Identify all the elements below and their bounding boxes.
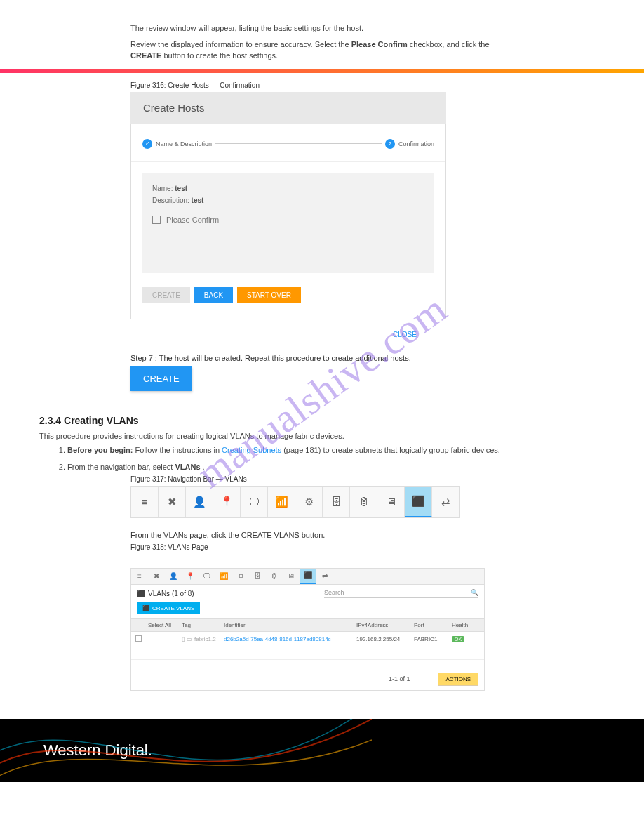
- mini-nav-gear[interactable]: ⚙: [232, 569, 249, 584]
- search-placeholder: Search: [324, 589, 344, 596]
- page-footer: Western Digital.: [0, 719, 644, 782]
- vlans-page: ≡ ✖ 👤 📍 🖵 📶 ⚙ 🗄 🛢 🖥 ⬛ ⇄ ⬛ VLANs (1 of 8)…: [130, 568, 485, 691]
- nav-icon-tools[interactable]: ✖: [159, 486, 186, 517]
- nav-icon-pin[interactable]: 📍: [213, 486, 241, 517]
- vlans-title-row: ⬛ VLANs (1 of 8) Search 🔍: [131, 585, 484, 602]
- tag-icon: ▯: [182, 636, 185, 642]
- name-key: Name:: [152, 185, 173, 192]
- mini-nav-wireless[interactable]: 📶: [215, 569, 232, 584]
- row-identifier-link[interactable]: d26b2a5d-75aa-4d48-816d-1187ad80814c: [224, 636, 354, 642]
- nav-icon-storage[interactable]: 🗄: [323, 486, 350, 517]
- t: Review the displayed information to ensu…: [130, 40, 351, 48]
- search-icon: 🔍: [471, 589, 478, 596]
- figure-caption-318: Figure 318: VLANs Page: [0, 543, 644, 551]
- gradient-divider: [0, 69, 644, 73]
- mini-nav-monitor[interactable]: 🖵: [199, 569, 215, 584]
- mini-nav-vlans[interactable]: ⬛: [300, 569, 316, 584]
- col-health[interactable]: Health: [452, 622, 480, 628]
- bold-confirm: Please Confirm: [351, 40, 408, 48]
- name-row: Name: test: [152, 185, 424, 192]
- figure-caption-317: Figure 317: Navigation Bar — VLANs: [0, 475, 644, 483]
- mini-nav-menu[interactable]: ≡: [131, 569, 148, 584]
- t: (page 181) to create subnets that logica…: [283, 446, 500, 454]
- mini-nav-pin[interactable]: 📍: [182, 569, 199, 584]
- vlans-search[interactable]: Search 🔍: [324, 589, 478, 598]
- row-ipv4: 192.168.2.255/24: [356, 636, 411, 642]
- checkbox-icon: [152, 216, 161, 224]
- t: From the navigation bar, select: [67, 463, 175, 471]
- navigation-bar: ≡ ✖ 👤 📍 🖵 📶 ⚙ 🗄 🛢 🖥 ⬛ ⇄: [130, 486, 460, 518]
- nav-icon-wireless[interactable]: 📶: [268, 486, 295, 517]
- t: checkbox, and click the: [410, 40, 490, 48]
- create-vlans-label: CREATE VLANS: [152, 605, 194, 611]
- mini-nav-storage[interactable]: 🗄: [249, 569, 266, 584]
- tag-icon: ▭: [187, 636, 192, 642]
- col-identifier[interactable]: Identifier: [224, 622, 354, 628]
- footer-swirl-decoration: [0, 719, 644, 782]
- standalone-create-button[interactable]: CREATE: [130, 366, 192, 391]
- step2-text: From the VLANs page, click the CREATE VL…: [0, 531, 644, 539]
- step7-text: Step 7 : The host will be created. Repea…: [0, 354, 644, 362]
- row-checkbox[interactable]: [135, 635, 142, 642]
- mini-nav-tools[interactable]: ✖: [148, 569, 165, 584]
- mini-nav-user[interactable]: 👤: [165, 569, 182, 584]
- bold-create: CREATE: [130, 51, 161, 60]
- please-confirm-checkbox[interactable]: Please Confirm: [152, 216, 424, 224]
- nav-icon-swap[interactable]: ⇄: [432, 486, 459, 517]
- section-234-steps: Before you begin: Follow the instruction…: [0, 446, 644, 471]
- nav-icon-database[interactable]: 🛢: [350, 486, 377, 517]
- pager-text: 1-1 of 1: [389, 675, 410, 682]
- before-begin-bold: Before you begin:: [67, 446, 133, 454]
- create-hosts-dialog: Create Hosts Name & Description 2 Confir…: [130, 92, 446, 319]
- row-port: FABRIC1: [414, 636, 449, 642]
- col-port[interactable]: Port: [414, 622, 449, 628]
- dialog-body: Name & Description 2 Confirmation Name: …: [130, 124, 446, 319]
- step-connector: [215, 143, 382, 144]
- close-link[interactable]: CLOSE: [393, 331, 417, 338]
- nav-icon-menu[interactable]: ≡: [131, 486, 159, 517]
- mini-nav-database[interactable]: 🛢: [266, 569, 283, 584]
- dialog-button-row: CREATE BACK START OVER: [131, 284, 445, 309]
- vlan-title-text: VLANs (1 of 8): [148, 590, 194, 597]
- nav-icon-monitor[interactable]: 🖵: [241, 486, 268, 517]
- actions-button[interactable]: ACTIONS: [438, 673, 478, 686]
- mini-nav-desktop[interactable]: 🖥: [283, 569, 300, 584]
- nav-icon-gear[interactable]: ⚙: [295, 486, 323, 517]
- figure-caption-316: Figure 316: Create Hosts — Confirmation: [0, 81, 644, 89]
- step-before-begin: Before you begin: Follow the instruction…: [67, 446, 644, 454]
- intro-line-2: Review the displayed information to ensu…: [130, 39, 514, 62]
- section-234-sub: This procedure provides instructions for…: [0, 432, 644, 440]
- start-over-button[interactable]: START OVER: [237, 287, 301, 303]
- mini-nav-swap[interactable]: ⇄: [316, 569, 333, 584]
- vlans-mini-toolbar: ≡ ✖ 👤 📍 🖵 📶 ⚙ 🗄 🛢 🖥 ⬛ ⇄: [131, 569, 484, 585]
- back-button[interactable]: BACK: [194, 287, 233, 303]
- vlan-icon: ⬛: [137, 590, 145, 597]
- table-row[interactable]: ▯ ▭ fabric1.2 d26b2a5d-75aa-4d48-816d-11…: [131, 632, 484, 647]
- nav-icon-vlans[interactable]: ⬛: [405, 486, 432, 517]
- create-vlans-button[interactable]: ⬛ CREATE VLANS: [137, 602, 200, 614]
- creating-subnets-link[interactable]: Creating Subnets: [222, 446, 281, 454]
- intro-line-1: The review window will appear, listing t…: [130, 22, 514, 34]
- vlans-table-header: Select All Tag Identifier IPv4Address Po…: [131, 618, 484, 632]
- step1-check-icon: [142, 139, 152, 149]
- row-health-badge: OK: [452, 636, 464, 642]
- row-tag-icons: ▯ ▭ fabric1.2: [182, 636, 221, 642]
- vlans-title: ⬛ VLANs (1 of 8): [137, 590, 194, 597]
- nav-icon-desktop[interactable]: 🖥: [377, 486, 405, 517]
- desc-row: Description: test: [152, 197, 424, 204]
- nav-icon-user[interactable]: 👤: [186, 486, 213, 517]
- plus-icon: ⬛: [142, 605, 149, 611]
- step2-label: Confirmation: [398, 140, 434, 147]
- t: From the VLANs page, click the CREATE VL…: [130, 531, 325, 539]
- confirm-label: Please Confirm: [166, 216, 219, 224]
- col-select-all[interactable]: Select All: [148, 622, 179, 628]
- step2-num-icon: 2: [385, 139, 395, 149]
- step1-label: Name & Description: [156, 140, 212, 147]
- col-tag[interactable]: Tag: [182, 622, 221, 628]
- standalone-create-block: CREATE: [130, 366, 644, 391]
- confirmation-panel: Name: test Description: test Please Conf…: [142, 173, 434, 273]
- col-ipv4[interactable]: IPv4Address: [356, 622, 411, 628]
- create-button[interactable]: CREATE: [142, 287, 190, 303]
- t: Follow the instructions in: [135, 446, 222, 454]
- desc-key: Description:: [152, 197, 189, 204]
